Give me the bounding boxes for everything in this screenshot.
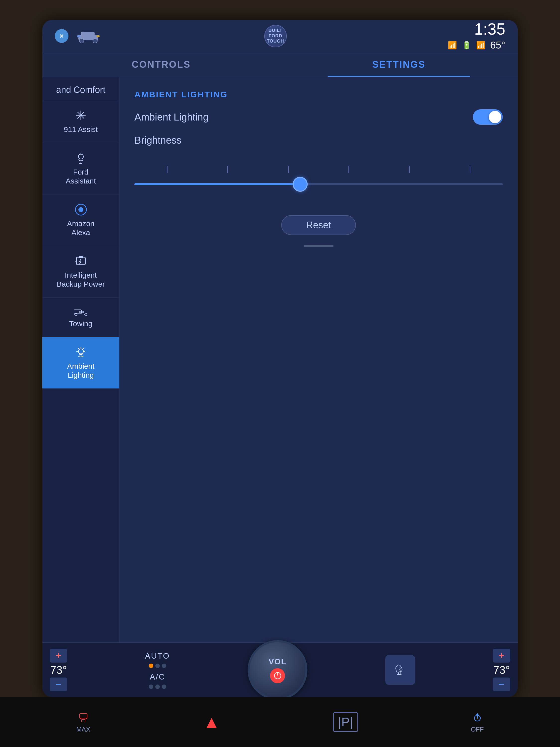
status-right: 1:35 📶 🔋 📶 65° [448, 21, 506, 51]
brightness-slider-container [134, 161, 503, 200]
main-screen: × BUILTFORDTOUGH 1:35 [42, 20, 518, 697]
sidebar-item-backup-label: IntelligentBackup Power [57, 271, 105, 289]
svg-point-2 [79, 38, 84, 43]
svg-rect-13 [79, 256, 83, 258]
wifi-icon: 📶 [448, 41, 457, 50]
sidebar-item-ambient-label: AmbientLighting [67, 362, 94, 380]
ambient-lighting-row: Ambient Lighting [134, 109, 503, 125]
tab-controls[interactable]: CONTROLS [42, 52, 280, 77]
svg-rect-5 [97, 35, 100, 37]
sidebar-item-intelligent-backup[interactable]: IntelligentBackup Power [42, 246, 119, 298]
right-temp-control: + 73° − [493, 649, 510, 691]
svg-point-22 [85, 313, 87, 316]
tick-4 [348, 166, 349, 173]
seat-heat-button[interactable] [385, 655, 415, 685]
sidebar-item-911-assist[interactable]: ✳ 911 Assist [42, 100, 119, 143]
slider-fill [134, 183, 300, 185]
toggle-knob [489, 111, 501, 123]
tick-1 [167, 166, 167, 173]
power-button[interactable] [270, 668, 285, 683]
vol-label: VOL [269, 657, 287, 666]
hvac-controls: AUTO A/C [145, 651, 170, 689]
svg-line-27 [83, 348, 84, 349]
sidebar-item-alexa-label: AmazonAlexa [67, 219, 94, 237]
tick-5 [409, 166, 410, 173]
svg-point-6 [78, 154, 83, 159]
tab-bar: CONTROLS SETTINGS [42, 52, 518, 77]
svg-point-3 [93, 38, 97, 43]
ford-logo: BUILTFORDTOUGH [264, 25, 287, 47]
status-temperature: 65° [490, 40, 506, 51]
brightness-label: Brightness [134, 135, 503, 146]
physical-controls: MAX ▲ |P| OFF [0, 697, 560, 747]
sidebar-header: and Comfort [42, 77, 119, 100]
svg-rect-12 [76, 257, 85, 265]
brightness-slider[interactable] [134, 183, 503, 185]
battery-icon: 🔋 [462, 41, 471, 50]
right-temp-down[interactable]: − [493, 677, 510, 691]
car-icon [74, 27, 103, 45]
tab-settings[interactable]: SETTINGS [280, 52, 518, 77]
right-temp-value: 73° [493, 664, 510, 676]
scroll-indicator [304, 245, 334, 247]
ambient-lighting-toggle[interactable] [473, 109, 503, 125]
svg-line-28 [78, 348, 79, 349]
svg-rect-1 [81, 32, 95, 36]
reset-button[interactable]: Reset [281, 215, 356, 235]
ambient-lighting-icon [74, 346, 87, 359]
left-temp-value: 73° [50, 664, 67, 676]
sidebar-item-ford-assistant-label: FordAssistant [66, 168, 96, 185]
auto-label[interactable]: AUTO [145, 651, 170, 661]
sidebar-item-911-assist-label: 911 Assist [64, 125, 98, 134]
status-bar: × BUILTFORDTOUGH 1:35 [42, 20, 518, 52]
status-center: BUILTFORDTOUGH [264, 25, 287, 47]
sidebar-item-towing-label: Towing [69, 319, 92, 328]
alexa-icon [74, 203, 87, 216]
svg-rect-45 [80, 714, 87, 718]
close-button[interactable]: × [55, 29, 69, 43]
left-temp-up[interactable]: + [50, 649, 67, 663]
svg-line-17 [75, 260, 76, 262]
phys-park-btn[interactable]: |P| [333, 712, 358, 732]
911-assist-icon: ✳ [75, 109, 86, 122]
svg-rect-4 [77, 35, 80, 37]
tick-3 [288, 166, 289, 173]
svg-point-23 [78, 349, 83, 354]
svg-line-16 [79, 262, 81, 264]
phys-off-btn[interactable]: OFF [471, 711, 484, 733]
signal-icon: 📶 [476, 41, 485, 50]
settings-panel: AMBIENT LIGHTING Ambient Lighting Bright… [119, 77, 518, 642]
sidebar: and Comfort ✳ 911 Assist FordAssista [42, 77, 119, 642]
ford-assistant-icon [74, 152, 87, 164]
bottom-controls: + 73° − AUTO A/C [42, 642, 518, 697]
slider-knob[interactable] [293, 177, 308, 192]
tick-6 [470, 166, 471, 173]
sidebar-item-ford-assistant[interactable]: FordAssistant [42, 143, 119, 195]
sidebar-item-amazon-alexa[interactable]: AmazonAlexa [42, 195, 119, 246]
phys-max-btn[interactable]: MAX [76, 711, 90, 733]
status-left: × [55, 27, 103, 45]
left-temp-down[interactable]: − [50, 677, 67, 691]
phys-hazard-btn[interactable]: ▲ [203, 712, 220, 732]
volume-knob[interactable]: VOL [248, 640, 308, 697]
right-temp-up[interactable]: + [493, 649, 510, 663]
backup-power-icon [74, 255, 87, 268]
svg-line-14 [79, 259, 81, 262]
sidebar-item-ambient-lighting[interactable]: AmbientLighting [42, 337, 119, 389]
svg-point-11 [78, 207, 83, 212]
section-title: AMBIENT LIGHTING [134, 89, 503, 99]
main-content: and Comfort ✳ 911 Assist FordAssista [42, 77, 518, 642]
time-display: 1:35 [474, 21, 505, 37]
ac-label[interactable]: A/C [150, 672, 165, 681]
tick-2 [227, 166, 228, 173]
left-temp-control: + 73° − [50, 649, 67, 691]
ambient-lighting-label: Ambient Lighting [134, 111, 209, 123]
svg-rect-18 [74, 310, 81, 314]
sidebar-item-towing[interactable]: Towing [42, 298, 119, 337]
tick-marks [134, 166, 503, 173]
towing-icon [74, 306, 88, 316]
